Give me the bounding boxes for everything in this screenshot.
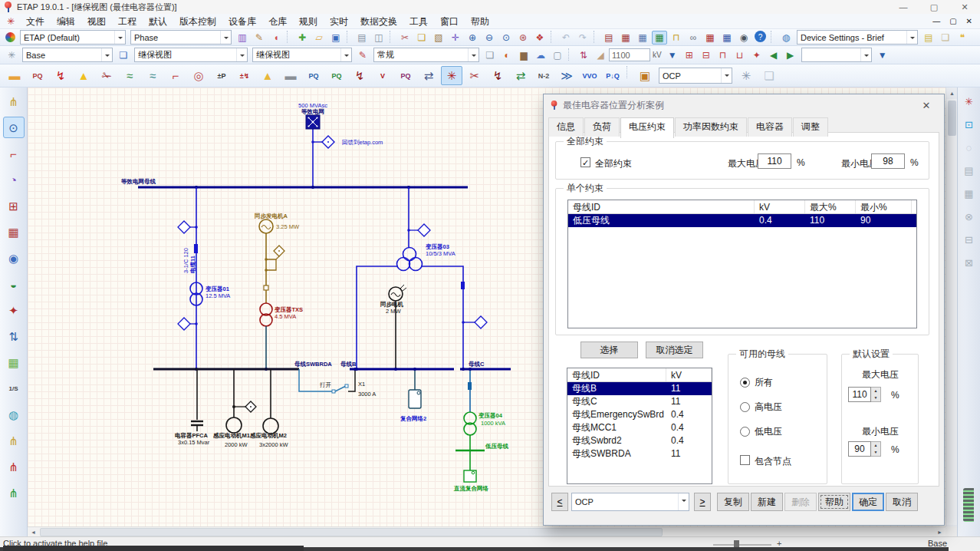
report-copy-icon[interactable]: ❏ xyxy=(938,31,953,45)
lv-transformer-branch[interactable]: 变压器04 1000 kVA 低压母线 直流复合网络 xyxy=(453,368,509,492)
vertical-scroll-thumb[interactable] xyxy=(948,101,956,136)
dc-arc-flash-icon[interactable]: ▲ xyxy=(257,66,278,85)
eraser-icon[interactable]: ◢ xyxy=(593,48,608,62)
print-icon[interactable]: ▤ xyxy=(354,31,370,45)
config-pen-icon[interactable]: ✎ xyxy=(355,48,370,62)
volt-var-icon[interactable]: P↓Q xyxy=(602,66,623,85)
transfer-function-icon[interactable]: 1/S xyxy=(3,378,25,399)
filter-combo[interactable] xyxy=(801,48,872,62)
battery-discharge-icon[interactable]: ▬ xyxy=(280,66,301,85)
motor-acceleration-icon[interactable]: ◎ xyxy=(188,66,209,85)
save-project-icon[interactable]: ▣ xyxy=(328,31,344,45)
railway-icon[interactable]: ≫ xyxy=(556,66,577,85)
tab-pf-constraint[interactable]: 功率因数约束 xyxy=(675,117,747,137)
udm-red-icon[interactable]: ⋔ xyxy=(3,456,25,477)
result-analyzer-icon[interactable]: ▦ xyxy=(960,184,978,203)
cable-systems-icon[interactable]: ◉ xyxy=(3,247,25,269)
page-copy-icon[interactable]: ❏ xyxy=(482,48,498,62)
revision-combo[interactable]: Base xyxy=(22,48,113,62)
main-bus[interactable]: 等效电网母线 xyxy=(120,178,468,189)
print-preview-icon[interactable]: ◫ xyxy=(371,31,386,45)
global-min-voltage-input[interactable] xyxy=(871,153,905,169)
zoom-fit-icon[interactable]: ❖ xyxy=(532,31,548,45)
config-combo[interactable]: 常规 xyxy=(373,48,479,62)
tie-switch-x1[interactable]: 打开 X1 3000 A xyxy=(299,368,376,398)
constraint-table[interactable]: 母线ID kV 最大% 最小% 低压母线 0.4 110 90 xyxy=(567,200,917,328)
menu-file[interactable]: 文件 xyxy=(20,14,51,29)
global-constraint-checkbox[interactable]: ✓ xyxy=(580,157,590,167)
study-case-combo[interactable]: OCP xyxy=(659,68,732,84)
zoom-slider-track[interactable] xyxy=(713,544,771,546)
alert-view-icon[interactable]: ◌ xyxy=(960,138,978,157)
pq-voltage-icon[interactable]: PQ xyxy=(395,66,416,85)
ocp-mode-icon[interactable]: ✳ xyxy=(441,66,462,85)
pan-icon[interactable]: ✛ xyxy=(448,31,463,45)
globe-icon[interactable]: ◍ xyxy=(778,31,794,45)
switching-sequence-icon[interactable]: ⇄ xyxy=(510,66,531,85)
grid-display-icon[interactable]: ▦ xyxy=(652,31,667,45)
control-circuit-icon[interactable]: ✦ xyxy=(3,299,25,321)
stop-study-icon[interactable]: ⊗ xyxy=(960,207,978,226)
radio-all-buses[interactable]: 所有 xyxy=(740,376,773,389)
tab-voltage-constraint[interactable]: 电压约束 xyxy=(620,117,674,138)
restore-button[interactable]: ▢ xyxy=(919,2,949,12)
unbalanced-short-circuit-icon[interactable]: ±↯ xyxy=(234,66,255,85)
menu-realtime[interactable]: 实时 xyxy=(324,14,354,29)
gantry-icon[interactable]: ⊓ xyxy=(715,48,731,62)
menu-library[interactable]: 设备库 xyxy=(222,14,262,29)
next-case-button[interactable]: > xyxy=(694,493,711,511)
link-icon[interactable]: ∞ xyxy=(686,31,701,45)
capacitor-pfca[interactable]: 电容器PFCA 3x0.15 Mvar xyxy=(175,369,210,446)
menu-rules[interactable]: 规则 xyxy=(293,14,324,29)
constraint-row-lv-bus[interactable]: 低压母线 0.4 110 90 xyxy=(568,214,916,227)
canvas-vertical-scrollbar[interactable]: ▲ ▼ xyxy=(945,87,957,536)
hide-protection-icon[interactable]: ▤ xyxy=(601,31,617,45)
find-icon[interactable]: ◉ xyxy=(736,31,751,45)
bus-list[interactable]: 母线ID kV 母线B 11 母线C 11 母线EmergencySwBrd 0… xyxy=(567,368,712,484)
align-devices-icon[interactable]: ⊟ xyxy=(699,48,714,62)
global-max-voltage-input[interactable] xyxy=(758,153,791,169)
scroll-up-icon[interactable]: ▲ xyxy=(946,87,958,99)
radio-hv-buses[interactable]: 高电压 xyxy=(740,401,782,414)
bus-c[interactable]: 母线C xyxy=(460,361,511,369)
zoom-out-icon[interactable]: ⊖ xyxy=(482,31,497,45)
cable11-branch[interactable]: 3-1/C 120 电缆11 变压器01 12.5 MVA xyxy=(178,187,230,371)
copy-icon[interactable]: ❏ xyxy=(414,31,429,45)
ok-button[interactable]: 确定 xyxy=(852,493,884,511)
theme-forward-icon[interactable]: ▶ xyxy=(783,48,798,62)
gantry2-icon[interactable]: ⊔ xyxy=(732,48,748,62)
mdi-minimize-button[interactable]: — xyxy=(932,17,940,25)
menu-warehouse[interactable]: 仓库 xyxy=(262,14,293,29)
paste-icon[interactable]: ▧ xyxy=(431,31,446,45)
edit-mode-icon[interactable]: ▬ xyxy=(4,66,25,85)
canvas-horizontal-scrollbar[interactable]: ◄ ► xyxy=(28,526,945,536)
switching-optimization-icon[interactable]: ✂ xyxy=(464,66,485,85)
report-manager-icon[interactable]: ▤ xyxy=(960,161,978,180)
project-combo[interactable]: ETAP (Default) xyxy=(20,30,126,45)
bus-row-c[interactable]: 母线C 11 xyxy=(567,395,712,408)
synchronous-motor[interactable]: 同步电机 2 MW xyxy=(380,285,406,371)
tab-adjustment[interactable]: 调整 xyxy=(793,117,828,137)
derate-frame-icon[interactable]: ⊞ xyxy=(682,48,697,62)
dumpster-icon[interactable]: ◍ xyxy=(3,404,25,425)
oneline-tree-icon[interactable]: ⋔ xyxy=(3,91,25,112)
menu-exchange[interactable]: 数据交换 xyxy=(354,14,403,29)
base-mode-icon[interactable]: ✳ xyxy=(4,48,19,62)
bus-row-swbrda[interactable]: 母线SWBRDA 11 xyxy=(567,447,712,460)
harmonic-analysis-icon[interactable]: ≈ xyxy=(119,66,140,85)
bus-row-mcc1[interactable]: 母线MCC1 0.4 xyxy=(567,421,712,434)
arc-flash-icon[interactable]: ▲ xyxy=(73,66,94,85)
cut-icon[interactable]: ✂ xyxy=(397,31,413,45)
new-project-icon[interactable]: ✚ xyxy=(294,31,310,45)
tab-info[interactable]: 信息 xyxy=(548,117,584,137)
grid-icon[interactable]: ▦ xyxy=(635,31,650,45)
three-winding-transformer-branch[interactable]: 变压器03 10/5/3 MVA xyxy=(355,187,487,371)
report-word-icon[interactable]: ▤ xyxy=(921,31,936,45)
datablock-transfer-icon[interactable]: ⇅ xyxy=(576,48,591,62)
dialog-close-icon[interactable]: ✕ xyxy=(916,100,937,111)
presentation-combo-2[interactable]: 继保视图 xyxy=(252,48,352,62)
library-box-icon[interactable]: ▆ xyxy=(516,48,531,62)
udm-graphic-icon[interactable]: ⋔ xyxy=(3,430,25,451)
menu-project[interactable]: 工程 xyxy=(112,14,143,29)
menu-tools[interactable]: 工具 xyxy=(403,14,434,29)
